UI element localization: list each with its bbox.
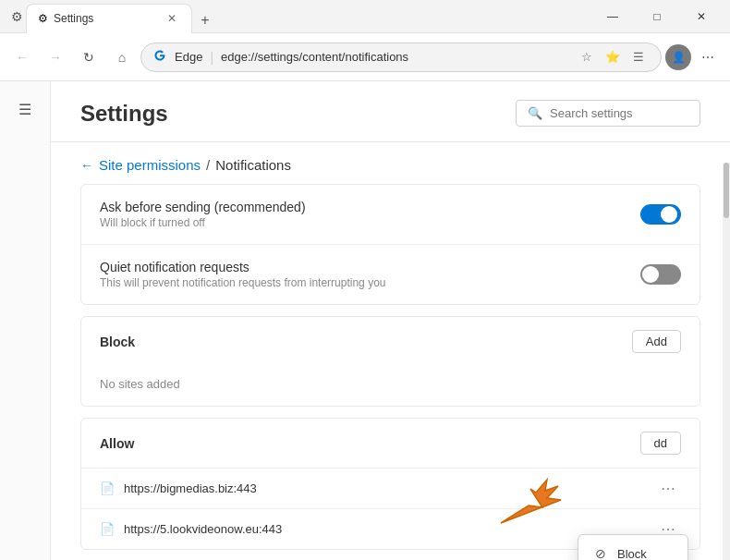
- breadcrumb-back-button[interactable]: ←: [80, 158, 93, 173]
- profile-avatar[interactable]: 👤: [665, 44, 691, 70]
- context-block-label: Block: [617, 547, 647, 561]
- site-file-icon-2: 📄: [100, 522, 115, 536]
- site-more-button-1[interactable]: ⋯: [655, 478, 681, 499]
- titlebar-left: ⚙: [7, 7, 26, 26]
- search-input[interactable]: [550, 106, 688, 120]
- search-box[interactable]: 🔍: [516, 100, 700, 127]
- block-context-icon: ⊘: [593, 546, 608, 560]
- breadcrumb: ← Site permissions / Notifications: [51, 142, 730, 184]
- ask-before-sending-row: Ask before sending (recommended) Will bl…: [81, 185, 700, 245]
- scrollbar-thumb[interactable]: [724, 163, 729, 218]
- active-tab[interactable]: ⚙ Settings ✕: [26, 4, 192, 33]
- allow-section-header: Allow dd: [81, 419, 700, 468]
- allow-section-title: Allow: [100, 436, 134, 451]
- collections-icon[interactable]: ☰: [627, 46, 650, 68]
- sidebar-toggle-button[interactable]: ☰: [8, 92, 42, 126]
- allow-section-card: Allow dd 📄 https://bigmedias.biz:443 ⋯ 📄…: [80, 418, 700, 550]
- minimize-button[interactable]: —: [591, 2, 634, 31]
- quiet-notifications-desc: This will prevent notification requests …: [100, 276, 640, 289]
- scrollbar-track[interactable]: [723, 163, 730, 560]
- quiet-notifications-row: Quiet notification requests This will pr…: [81, 245, 700, 304]
- tab-title: Settings: [54, 12, 93, 25]
- avatar-icon: 👤: [672, 51, 686, 64]
- more-options-button[interactable]: ⋯: [693, 43, 723, 72]
- home-button[interactable]: ⌂: [107, 43, 137, 72]
- back-button[interactable]: ←: [7, 43, 37, 72]
- ask-before-sending-desc: Will block if turned off: [100, 216, 640, 229]
- site-row-1: 📄 https://bigmedias.biz:443 ⋯: [81, 468, 700, 508]
- address-divider: |: [210, 50, 213, 65]
- block-section-header: Block Add: [81, 317, 700, 366]
- quiet-toggle-thumb: [642, 266, 659, 283]
- context-menu: ⊘ Block ✏ Edit 🗑 Remove: [578, 534, 688, 560]
- ask-before-sending-label: Ask before sending (recommended): [100, 200, 640, 214]
- settings-header: Settings 🔍: [51, 81, 730, 142]
- main-content: Settings 🔍 ← Site permissions / Notifica…: [51, 81, 730, 560]
- refresh-button[interactable]: ↻: [74, 43, 103, 72]
- settings-title: Settings: [80, 101, 168, 127]
- address-url: edge://settings/content/notifications: [221, 50, 568, 64]
- favorites-icon[interactable]: ⭐: [602, 46, 624, 68]
- ask-before-sending-toggle[interactable]: [640, 204, 681, 225]
- site-file-icon-1: 📄: [100, 481, 115, 495]
- allow-add-button[interactable]: dd: [640, 432, 681, 455]
- block-no-sites: No sites added: [81, 366, 700, 406]
- quiet-notifications-label: Quiet notification requests: [100, 260, 640, 274]
- window-controls: — □ ✕: [591, 2, 723, 31]
- maximize-button[interactable]: □: [636, 2, 678, 31]
- breadcrumb-parent-link[interactable]: Site permissions: [99, 157, 201, 173]
- block-section-title: Block: [100, 335, 135, 349]
- edge-label: Edge: [175, 50, 202, 64]
- arrow-pointer: [492, 472, 575, 530]
- addressbar: ← → ↻ ⌂ Edge | edge://settings/content/n…: [0, 33, 730, 81]
- settings-favicon-icon: ⚙: [7, 7, 26, 26]
- titlebar: ⚙ ⚙ Settings ✕ + — □ ✕: [0, 0, 730, 33]
- forward-button[interactable]: →: [41, 43, 70, 72]
- ask-before-sending-card: Ask before sending (recommended) Will bl…: [80, 184, 700, 305]
- breadcrumb-separator: /: [206, 157, 210, 173]
- toggle-thumb: [661, 206, 677, 223]
- tab-close-button[interactable]: ✕: [164, 10, 180, 27]
- toolbar-icons: 👤 ⋯: [665, 43, 723, 72]
- edge-logo: [152, 48, 167, 66]
- block-add-button[interactable]: Add: [632, 330, 681, 353]
- close-button[interactable]: ✕: [680, 2, 723, 31]
- search-icon: 🔍: [528, 106, 542, 120]
- tab-bar: ⚙ Settings ✕ +: [26, 0, 591, 33]
- star-icon[interactable]: ☆: [576, 46, 598, 68]
- settings-container: ☰ Settings 🔍 ← Site permissions / Notifi…: [0, 81, 730, 560]
- new-tab-button[interactable]: +: [192, 7, 218, 33]
- address-icons: ☆ ⭐ ☰: [576, 46, 650, 68]
- content-area: Ask before sending (recommended) Will bl…: [51, 184, 730, 560]
- sidebar: ☰: [0, 81, 51, 560]
- ask-before-sending-text: Ask before sending (recommended) Will bl…: [100, 200, 640, 229]
- context-block-item[interactable]: ⊘ Block: [578, 539, 687, 560]
- quiet-notifications-toggle[interactable]: [640, 264, 681, 285]
- tab-favicon-icon: ⚙: [38, 12, 48, 25]
- breadcrumb-current: Notifications: [215, 157, 291, 173]
- address-bar-box[interactable]: Edge | edge://settings/content/notificat…: [140, 43, 662, 72]
- quiet-notifications-text: Quiet notification requests This will pr…: [100, 260, 640, 289]
- block-section-card: Block Add No sites added: [80, 316, 700, 407]
